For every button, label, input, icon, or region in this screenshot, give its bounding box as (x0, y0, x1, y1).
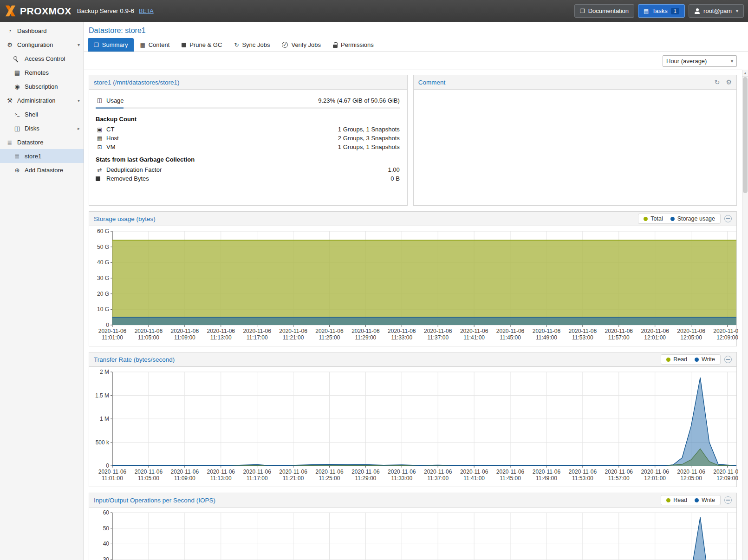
svg-text:11:13:00: 11:13:00 (210, 334, 232, 341)
svg-text:12:09:00: 12:09:00 (716, 334, 738, 341)
legend-item-write[interactable]: Write (695, 356, 715, 363)
sidebar-item-administration[interactable]: ⚒Administration▾ (0, 93, 84, 107)
sidebar-item-configuration[interactable]: ⚙Configuration▾ (0, 38, 84, 52)
svg-text:60 G: 60 G (97, 228, 109, 234)
sidebar-item-remotes[interactable]: ▤Remotes (0, 65, 84, 79)
legend-dot-icon (666, 498, 670, 502)
vm-icon: ⊡ (96, 144, 104, 150)
sidebar-item-add-datastore[interactable]: ⊕Add Datastore (0, 163, 84, 177)
sidebar-item-shell[interactable]: >_Shell (0, 107, 84, 121)
legend-item-read[interactable]: Read (666, 356, 687, 363)
legend-item-storage-usage[interactable]: Storage usage (670, 215, 715, 222)
svg-text:2020-11-06: 2020-11-06 (677, 469, 705, 475)
svg-text:2020-11-06: 2020-11-06 (569, 469, 597, 475)
svg-text:11:29:00: 11:29:00 (355, 475, 376, 482)
legend-dot-icon (695, 498, 699, 502)
documentation-button[interactable]: ❐ Documentation (574, 4, 634, 18)
svg-text:1 M: 1 M (100, 416, 109, 422)
chevron-down-icon[interactable]: ▾ (78, 98, 80, 103)
chevron-right-icon[interactable]: ▸ (78, 126, 80, 131)
scroll-up-arrow[interactable]: ▲ (742, 70, 748, 77)
tab-label: Content (149, 41, 170, 48)
legend-item-total[interactable]: Total (644, 215, 663, 222)
collapse-panel-icon[interactable] (724, 215, 732, 222)
svg-text:11:29:00: 11:29:00 (355, 334, 376, 341)
comment-body[interactable] (414, 90, 736, 205)
svg-text:11:21:00: 11:21:00 (283, 475, 304, 482)
beta-link[interactable]: BETA (139, 8, 154, 14)
sidebar-item-dashboard[interactable]: ◔Dashboard (0, 24, 84, 38)
collapse-panel-icon[interactable] (724, 496, 732, 504)
sidebar-item-disks[interactable]: ◫Disks▸ (0, 121, 84, 135)
svg-text:2 M: 2 M (100, 369, 109, 375)
svg-text:20 G: 20 G (97, 291, 109, 297)
tab-permissions[interactable]: Permissions (327, 38, 380, 52)
refresh-icon[interactable]: ↻ (715, 78, 720, 86)
legend-dot-icon (644, 217, 648, 221)
time-range-select[interactable]: Hour (average) ▾ (663, 55, 737, 67)
tab-content[interactable]: ▦Content (134, 38, 176, 52)
legend-item-write[interactable]: Write (695, 497, 715, 503)
svg-text:11:33:00: 11:33:00 (391, 475, 412, 482)
tasks-button[interactable]: ▤ Tasks 1 (638, 4, 685, 18)
svg-text:2020-11-06: 2020-11-06 (135, 328, 163, 334)
transfer-rate-chart-header: Transfer Rate (bytes/second) ReadWrite (89, 352, 736, 367)
chevron-down-icon: ▾ (736, 8, 738, 13)
legend-label: Write (702, 356, 715, 363)
tab-verify-jobs[interactable]: ✓Verify Jobs (276, 38, 327, 52)
svg-text:2020-11-06: 2020-11-06 (641, 328, 669, 334)
comment-panel-tools: ↻ ⚙ (715, 78, 732, 86)
row-value: 1 Groups, 1 Snapshots (338, 143, 400, 150)
chart-legend: ReadWrite (661, 354, 721, 365)
svg-text:2020-11-06: 2020-11-06 (315, 469, 344, 475)
main-layout: ◔Dashboard⚙Configuration▾Access Control▤… (0, 22, 748, 560)
summary-row: Removed Bytes0 B (96, 174, 400, 183)
sidebar-item-label: Access Control (25, 55, 65, 62)
summary-panel-title: store1 (/mnt/datastores/store1) (94, 79, 180, 86)
toolbar: Hour (average) ▾ (84, 52, 748, 70)
legend-item-read[interactable]: Read (666, 497, 687, 503)
time-range-value: Hour (average) (666, 58, 707, 65)
svg-text:2020-11-06: 2020-11-06 (171, 328, 199, 334)
svg-text:2020-11-06: 2020-11-06 (207, 469, 235, 475)
svg-text:2020-11-06: 2020-11-06 (243, 469, 271, 475)
legend-label: Read (673, 497, 687, 503)
usage-label: Usage (106, 97, 124, 104)
legend-dot-icon (695, 358, 699, 362)
vertical-scrollbar[interactable]: ▲ (742, 70, 748, 560)
user-menu-button[interactable]: root@pam ▾ (689, 4, 744, 18)
sidebar-item-label: Shell (25, 111, 38, 118)
legend-dot-icon (666, 358, 670, 362)
svg-text:11:09:00: 11:09:00 (174, 475, 195, 482)
svg-text:11:41:00: 11:41:00 (463, 475, 485, 482)
svg-text:60: 60 (103, 509, 110, 516)
svg-text:2020-11-06: 2020-11-06 (460, 469, 488, 475)
tab-label: Sync Jobs (242, 41, 270, 48)
tab-sync-jobs[interactable]: ↻Sync Jobs (228, 38, 276, 52)
iops-chart: 01020304050602020-11-0611:01:002020-11-0… (89, 508, 736, 560)
svg-text:2020-11-06: 2020-11-06 (171, 469, 199, 475)
sidebar-item-label: Remotes (25, 69, 49, 76)
gear-icon[interactable]: ⚙ (726, 78, 732, 86)
svg-text:11:01:00: 11:01:00 (102, 475, 123, 482)
svg-text:11:33:00: 11:33:00 (391, 334, 412, 341)
top-panels-row: store1 (/mnt/datastores/store1) ◫ Usage … (89, 75, 737, 206)
svg-text:2020-11-06: 2020-11-06 (98, 469, 127, 475)
sidebar-item-access-control[interactable]: Access Control (0, 52, 84, 65)
tab-prune-gc[interactable]: Prune & GC (176, 38, 228, 52)
usage-value: 9.23% (4.67 GiB of 50.56 GiB) (318, 97, 400, 104)
sidebar-item-datastore[interactable]: ≣Datastore (0, 135, 84, 149)
sidebar-item-store1[interactable]: ≣store1 (0, 149, 84, 163)
sidebar-item-label: store1 (25, 153, 41, 160)
tab-summary[interactable]: ❐Summary (88, 38, 134, 52)
usage-progress-fill (96, 107, 124, 109)
shell-icon: >_ (13, 112, 21, 117)
collapse-panel-icon[interactable] (724, 356, 732, 363)
chart-legend: TotalStorage usage (638, 214, 721, 224)
svg-text:11:53:00: 11:53:00 (572, 475, 593, 482)
scrollbar-thumb[interactable] (743, 77, 748, 193)
row-label: Deduplication Factor (106, 166, 162, 173)
sidebar-item-subscription[interactable]: ◉Subscription (0, 79, 84, 93)
chevron-down-icon[interactable]: ▾ (78, 42, 80, 47)
brand-name: PROXMOX (20, 6, 72, 17)
